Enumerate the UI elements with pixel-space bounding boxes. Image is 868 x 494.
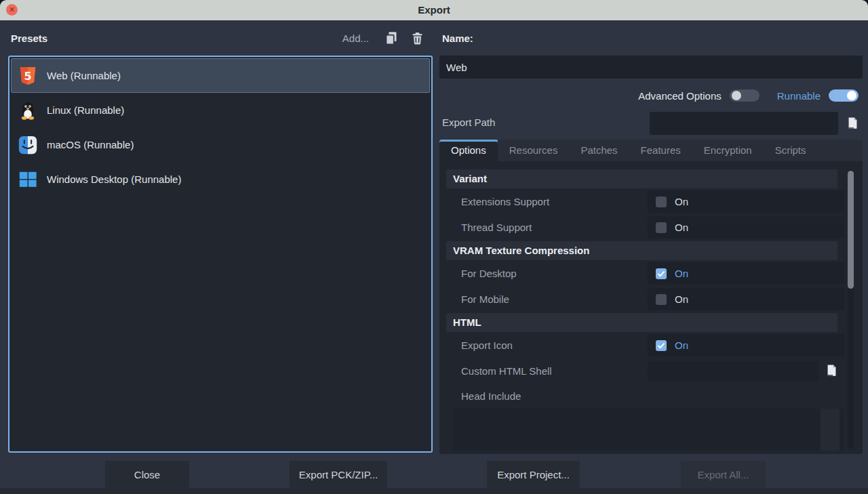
toggle-knob: [732, 91, 741, 100]
option-label: Extensions Support: [446, 196, 648, 207]
tab-features[interactable]: Features: [629, 140, 692, 161]
linux-icon: [18, 100, 38, 121]
export-path-label: Export Path: [442, 117, 495, 128]
preset-item-windows[interactable]: Windows Desktop (Runnable): [11, 162, 430, 197]
checkbox-unchecked[interactable]: [656, 197, 667, 207]
option-label: Head Include: [446, 390, 648, 402]
option-row-for-desktop: For Desktop On: [446, 262, 844, 285]
section-header-vram: VRAM Texture Compression: [446, 241, 837, 260]
add-preset-button[interactable]: Add...: [342, 33, 369, 44]
export-project-button[interactable]: Export Project...: [487, 461, 580, 488]
checkbox-value-label: On: [675, 339, 688, 351]
custom-html-shell-browse-button[interactable]: [821, 361, 842, 382]
tab-patches[interactable]: Patches: [569, 140, 629, 161]
presets-title: Presets: [11, 33, 47, 44]
file-icon: [846, 117, 859, 130]
presets-header-row: Presets Add...: [8, 20, 433, 56]
export-dialog: ✕ Export Presets Add...: [0, 0, 868, 494]
option-row-thread-support: Thread Support On: [446, 215, 844, 239]
tab-encryption[interactable]: Encryption: [692, 140, 764, 161]
preset-item-web[interactable]: 5 Web (Runnable): [11, 58, 430, 93]
checkbox-unchecked[interactable]: [656, 222, 667, 233]
export-all-button: Export All...: [681, 461, 766, 488]
checkbox-checked[interactable]: [656, 268, 667, 279]
option-editor: On: [648, 216, 844, 239]
options-panel: Variant Extensions Support On Thread Sup…: [439, 161, 863, 454]
html5-icon: 5: [18, 66, 38, 86]
option-label: For Desktop: [446, 268, 648, 279]
file-icon: [825, 365, 838, 377]
export-pck-zip-button[interactable]: Export PCK/ZIP...: [290, 461, 387, 488]
title-bar: ✕ Export: [0, 0, 868, 20]
preset-item-label: Windows Desktop (Runnable): [47, 173, 181, 185]
export-path-row: Export Path: [439, 110, 863, 136]
checkbox-value-label: On: [675, 196, 688, 207]
advanced-options-label: Advanced Options: [638, 90, 722, 102]
checkbox-value-label: On: [675, 268, 688, 279]
details-tabbar: Options Resources Patches Features Encry…: [439, 140, 863, 161]
runnable-label: Runnable: [777, 90, 821, 102]
head-include-editor: [453, 409, 844, 451]
toggle-knob: [847, 91, 856, 100]
option-row-head-include: Head Include: [446, 385, 844, 407]
option-label: Thread Support: [446, 222, 648, 233]
windows-icon: [18, 169, 38, 190]
trash-icon: [411, 32, 424, 45]
window-title: Export: [0, 0, 868, 20]
name-label: Name:: [442, 33, 473, 44]
export-path-input[interactable]: [650, 112, 838, 135]
option-label: For Mobile: [446, 293, 648, 305]
option-row-export-icon: Export Icon On: [446, 333, 844, 357]
name-input[interactable]: [439, 56, 863, 79]
option-editor: [648, 360, 844, 382]
copy-icon: [384, 31, 398, 45]
tab-options[interactable]: Options: [439, 140, 498, 161]
head-include-textarea[interactable]: [453, 409, 844, 451]
option-row-custom-html-shell: Custom HTML Shell: [446, 359, 844, 383]
preset-item-label: Linux (Runnable): [47, 104, 124, 116]
option-editor: On: [648, 288, 844, 310]
runnable-toggle[interactable]: [829, 89, 859, 102]
preset-item-label: macOS (Runnable): [47, 139, 134, 150]
delete-preset-button[interactable]: [410, 30, 425, 45]
preset-item-label: Web (Runnable): [47, 70, 121, 81]
tab-scripts[interactable]: Scripts: [764, 140, 818, 161]
macos-icon: [18, 135, 38, 155]
tab-resources[interactable]: Resources: [498, 140, 570, 161]
option-editor: On: [648, 334, 844, 356]
export-path-browse-button[interactable]: [842, 113, 863, 133]
option-editor: On: [648, 262, 844, 285]
options-scrollbar-thumb[interactable]: [848, 171, 854, 289]
preset-item-linux[interactable]: Linux (Runnable): [11, 93, 430, 127]
option-editor: On: [648, 190, 844, 213]
duplicate-preset-button[interactable]: [384, 30, 399, 45]
option-label: Export Icon: [446, 339, 648, 351]
custom-html-shell-input[interactable]: [648, 361, 818, 382]
option-row-for-mobile: For Mobile On: [446, 287, 844, 311]
option-label: Custom HTML Shell: [446, 365, 648, 377]
presets-pane: Presets Add...: [8, 20, 433, 453]
preset-list: 5 Web (Runnable): [8, 56, 433, 453]
checkbox-value-label: On: [675, 293, 688, 305]
preset-item-macos[interactable]: macOS (Runnable): [11, 127, 430, 162]
checkbox-value-label: On: [675, 222, 688, 233]
advanced-options-toggle[interactable]: [730, 89, 760, 102]
preset-details-pane: Name: Advanced Options Runnable Export P…: [439, 20, 863, 454]
checkbox-checked[interactable]: [656, 340, 667, 351]
close-button[interactable]: Close: [105, 461, 189, 488]
section-header-variant: Variant: [446, 169, 837, 188]
toggles-row: Advanced Options Runnable: [439, 85, 863, 106]
section-header-html: HTML: [446, 313, 837, 332]
svg-text:5: 5: [24, 69, 31, 82]
window-bottom-edge: [0, 488, 868, 494]
name-header-row: Name:: [439, 20, 863, 56]
checkbox-unchecked[interactable]: [656, 294, 667, 305]
option-row-extensions-support: Extensions Support On: [446, 190, 844, 213]
